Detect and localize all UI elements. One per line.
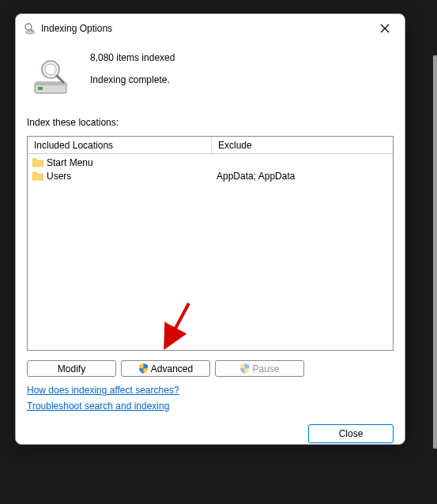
status-text: 8,080 items indexed Indexing complete. bbox=[90, 51, 175, 85]
indexing-status-message: Indexing complete. bbox=[90, 74, 175, 85]
close-icon[interactable] bbox=[373, 19, 397, 38]
svg-rect-6 bbox=[35, 82, 66, 85]
folder-icon bbox=[32, 171, 43, 181]
scrollbar[interactable] bbox=[433, 55, 437, 449]
dialog-title: Indexing Options bbox=[41, 23, 373, 34]
folder-icon bbox=[32, 158, 43, 167]
close-button[interactable]: Close bbox=[308, 424, 394, 443]
list-item[interactable]: Start Menu bbox=[32, 156, 207, 169]
svg-point-9 bbox=[45, 64, 56, 75]
locations-label: Index these locations: bbox=[27, 117, 394, 128]
titlebar: Indexing Options bbox=[16, 14, 405, 41]
dialog-footer: Close bbox=[27, 416, 394, 443]
list-item[interactable]: Users bbox=[32, 169, 207, 182]
locations-list: Included Locations Exclude Start Menu bbox=[27, 136, 394, 351]
items-indexed-count: 8,080 items indexed bbox=[90, 52, 175, 63]
how-indexing-link[interactable]: How does indexing affect searches? bbox=[27, 385, 179, 396]
pause-button: Pause bbox=[215, 360, 304, 377]
column-header-exclude[interactable]: Exclude bbox=[212, 137, 393, 153]
dialog-content: 8,080 items indexed Indexing complete. I… bbox=[16, 41, 405, 451]
indexing-options-dialog: Indexing Options 8,080 items inde bbox=[15, 13, 405, 445]
action-buttons: Modify Advanced bbox=[27, 360, 394, 377]
modify-button[interactable]: Modify bbox=[27, 360, 116, 377]
indexing-icon bbox=[24, 22, 36, 35]
search-drive-icon bbox=[30, 55, 73, 98]
locations-header: Included Locations Exclude bbox=[28, 137, 393, 154]
svg-point-2 bbox=[25, 31, 35, 34]
status-section: 8,080 items indexed Indexing complete. bbox=[27, 51, 394, 98]
svg-line-10 bbox=[57, 76, 63, 82]
troubleshoot-link[interactable]: Troubleshoot search and indexing bbox=[27, 401, 169, 412]
locations-body: Start Menu Users AppData; AppData bbox=[28, 154, 393, 350]
shield-icon bbox=[239, 363, 250, 374]
included-column: Start Menu Users bbox=[28, 154, 212, 350]
exclude-value: AppData; AppData bbox=[217, 169, 388, 182]
advanced-button[interactable]: Advanced bbox=[121, 360, 210, 377]
location-name: Start Menu bbox=[47, 157, 93, 168]
exclude-value bbox=[217, 156, 388, 169]
shield-icon bbox=[138, 363, 149, 374]
exclude-column: AppData; AppData bbox=[212, 154, 393, 350]
svg-rect-7 bbox=[38, 87, 43, 90]
column-header-included[interactable]: Included Locations bbox=[28, 137, 212, 153]
svg-point-0 bbox=[25, 24, 32, 30]
location-name: Users bbox=[47, 171, 71, 182]
